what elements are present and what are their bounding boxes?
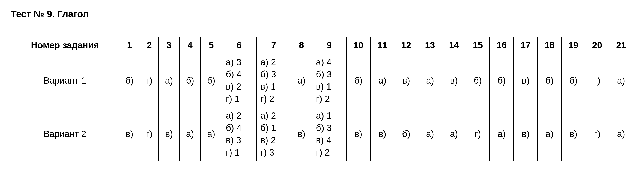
answer-cell: в): [291, 107, 312, 161]
column-header: 10: [346, 37, 370, 54]
column-header: 21: [609, 37, 633, 54]
answer-cell: а): [291, 54, 312, 108]
answer-cell: в): [514, 107, 538, 161]
answer-cell: в): [514, 54, 538, 108]
header-label: Номер задания: [11, 37, 119, 54]
answer-cell: г): [140, 54, 158, 108]
answer-cell: в): [442, 54, 466, 108]
answer-cell: а): [609, 54, 633, 108]
answer-cell: а): [158, 54, 180, 108]
answer-cell: б): [561, 54, 585, 108]
answer-cell: б): [490, 54, 514, 108]
answer-cell: в): [394, 54, 418, 108]
answer-cell: а) 2 б) 1 в) 2 г) 3: [256, 107, 291, 161]
answer-cell: а): [418, 54, 442, 108]
column-header: 16: [490, 37, 514, 54]
answer-cell: а) 3 б) 4 в) 2 г) 1: [222, 54, 256, 108]
answer-cell: а): [201, 107, 222, 161]
answer-cell: а): [180, 107, 201, 161]
answer-cell: б): [180, 54, 201, 108]
column-header: 3: [158, 37, 180, 54]
answer-cell: в): [561, 107, 585, 161]
column-header: 18: [538, 37, 561, 54]
answer-cell: а) 1 б) 3 в) 4 г) 2: [312, 107, 346, 161]
answer-cell: г): [585, 107, 609, 161]
column-header: 12: [394, 37, 418, 54]
answer-cell: б): [119, 54, 140, 108]
column-header: 9: [312, 37, 346, 54]
answer-cell: в): [119, 107, 140, 161]
answer-cell: а): [609, 107, 633, 161]
answer-cell: а): [490, 107, 514, 161]
answer-cell: г): [140, 107, 158, 161]
table-row: Вариант 1б)г)а)б)б)а) 3 б) 4 в) 2 г) 1а)…: [11, 54, 633, 108]
column-header: 8: [291, 37, 312, 54]
table-header-row: Номер задания 12345678910111213141516171…: [11, 37, 633, 54]
column-header: 19: [561, 37, 585, 54]
column-header: 17: [514, 37, 538, 54]
answer-cell: а): [538, 107, 561, 161]
answer-cell: а): [418, 107, 442, 161]
answer-cell: г): [466, 107, 490, 161]
column-header: 11: [370, 37, 394, 54]
row-label: Вариант 1: [11, 54, 119, 108]
answer-cell: а) 2 б) 4 в) 3 г) 1: [222, 107, 256, 161]
column-header: 6: [222, 37, 256, 54]
answer-cell: а): [442, 107, 466, 161]
column-header: 14: [442, 37, 466, 54]
column-header: 2: [140, 37, 158, 54]
page-title: Тест № 9. Глагол: [11, 9, 633, 19]
answer-cell: б): [466, 54, 490, 108]
column-header: 7: [256, 37, 291, 54]
column-header: 5: [201, 37, 222, 54]
column-header: 15: [466, 37, 490, 54]
answer-cell: в): [346, 107, 370, 161]
answer-cell: б): [346, 54, 370, 108]
answer-cell: б): [394, 107, 418, 161]
column-header: 20: [585, 37, 609, 54]
answer-cell: в): [370, 107, 394, 161]
answer-cell: а) 2 б) 3 в) 1 г) 2: [256, 54, 291, 108]
answer-cell: б): [538, 54, 561, 108]
answer-cell: а): [370, 54, 394, 108]
answer-cell: б): [201, 54, 222, 108]
answer-cell: а) 4 б) 3 в) 1 г) 2: [312, 54, 346, 108]
answer-cell: в): [158, 107, 180, 161]
table-body: Вариант 1б)г)а)б)б)а) 3 б) 4 в) 2 г) 1а)…: [11, 54, 633, 161]
column-header: 4: [180, 37, 201, 54]
answer-key-table: Номер задания 12345678910111213141516171…: [11, 37, 633, 161]
column-header: 1: [119, 37, 140, 54]
column-header: 13: [418, 37, 442, 54]
answer-cell: г): [585, 54, 609, 108]
row-label: Вариант 2: [11, 107, 119, 161]
table-row: Вариант 2в)г)в)а)а)а) 2 б) 4 в) 3 г) 1а)…: [11, 107, 633, 161]
